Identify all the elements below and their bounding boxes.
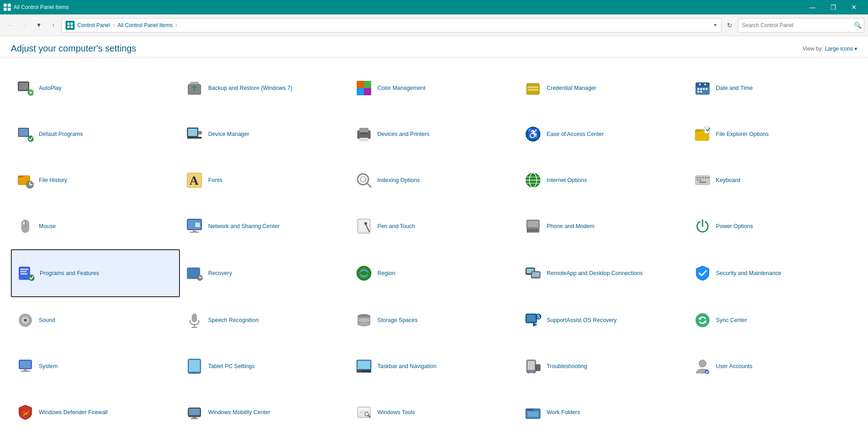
workfolders-icon <box>524 403 542 421</box>
network-label: Network and Sharing Center <box>208 223 279 230</box>
item-sound[interactable]: Sound <box>11 297 180 343</box>
mouse-icon <box>16 217 34 235</box>
item-phone[interactable]: Phone and Modem <box>519 203 688 249</box>
sound-icon <box>16 311 34 329</box>
svg-rect-16 <box>357 81 364 88</box>
item-devmgr[interactable]: Device Manager <box>180 111 349 157</box>
svg-rect-64 <box>705 177 707 178</box>
item-region[interactable]: Region <box>349 249 519 297</box>
item-taskbar[interactable]: Taskbar and Navigation <box>349 343 519 389</box>
item-workfolders[interactable]: Work Folders <box>519 389 688 435</box>
svg-text:S: S <box>537 314 540 319</box>
svg-point-134 <box>699 360 706 367</box>
svg-rect-19 <box>364 88 371 95</box>
speech-icon <box>185 311 203 329</box>
svg-point-115 <box>696 313 709 327</box>
svg-rect-71 <box>23 222 25 224</box>
power-label: Power Options <box>716 223 753 230</box>
autoplay-label: AutoPlay <box>39 84 61 92</box>
item-troubleshoot[interactable]: Troubleshooting <box>519 343 688 389</box>
back-button[interactable]: ← <box>4 19 16 32</box>
item-credential[interactable]: Credential Manager <box>519 65 688 111</box>
item-keyboard[interactable]: Keyboard <box>688 157 857 203</box>
item-tools[interactable]: Windows Tools <box>349 389 519 435</box>
svg-rect-0 <box>4 4 7 7</box>
item-support[interactable]: SSupportAssist OS Recovery <box>519 297 688 343</box>
user-label: User Accounts <box>716 363 753 370</box>
item-network[interactable]: Network and Sharing Center <box>180 203 349 249</box>
item-tablet[interactable]: Tablet PC Settings <box>180 343 349 389</box>
item-devprint[interactable]: Devices and Printers <box>349 111 519 157</box>
internet-label: Internet Options <box>547 177 587 184</box>
region-label: Region <box>377 270 396 277</box>
item-color[interactable]: Color Management <box>349 65 519 111</box>
view-by-value[interactable]: Large icons ▾ <box>825 46 857 52</box>
system-icon <box>16 357 34 375</box>
item-ease[interactable]: ♿Ease of Access Center <box>519 111 688 157</box>
svg-rect-90 <box>20 271 27 272</box>
view-by: View by: Large icons ▾ <box>802 46 857 52</box>
items-grid: AutoPlayBackup and Restore (Windows 7)Co… <box>0 58 868 443</box>
item-internet[interactable]: Internet Options <box>519 157 688 203</box>
item-sync[interactable]: Sync Center <box>688 297 857 343</box>
item-wdf[interactable]: Windows Defender Firewall <box>11 389 180 435</box>
svg-rect-146 <box>528 411 538 417</box>
item-power[interactable]: Power Options <box>688 203 857 249</box>
item-user[interactable]: User Accounts <box>688 343 857 389</box>
item-speech[interactable]: Speech Recognition <box>180 297 349 343</box>
wdf-icon <box>16 403 34 421</box>
storage-label: Storage Spaces <box>377 317 418 324</box>
dropdown-button[interactable]: ▼ <box>33 19 45 32</box>
svg-point-80 <box>364 222 367 225</box>
item-fonts[interactable]: AFonts <box>180 157 349 203</box>
svg-rect-121 <box>21 371 30 372</box>
autoplay-icon <box>16 79 34 97</box>
svg-rect-112 <box>527 315 536 322</box>
up-button[interactable]: ↑ <box>47 19 60 32</box>
item-mouse[interactable]: Mouse <box>11 203 180 249</box>
item-backup[interactable]: Backup and Restore (Windows 7) <box>180 65 349 111</box>
item-datetime[interactable]: Date and Time <box>688 65 857 111</box>
svg-rect-126 <box>358 361 370 369</box>
address-bar[interactable]: Control Panel › All Control Panel Items … <box>61 18 722 33</box>
svg-rect-137 <box>189 409 200 415</box>
svg-rect-43 <box>360 132 368 134</box>
network-icon <box>185 217 203 235</box>
svg-rect-29 <box>703 88 705 90</box>
svg-text:A: A <box>189 173 199 187</box>
security-label: Security and Maintenance <box>716 270 782 277</box>
address-part-1: Control Panel <box>77 22 110 28</box>
item-pentouch[interactable]: Pen and Touch <box>349 203 519 249</box>
item-fileexp[interactable]: File Explorer Options <box>688 111 857 157</box>
item-security[interactable]: Security and Maintenance <box>688 249 857 297</box>
item-default[interactable]: Default Programs <box>11 111 180 157</box>
minimize-button[interactable]: — <box>802 0 823 14</box>
item-programs[interactable]: Programs and Features <box>11 249 180 297</box>
title-bar: All Control Panel Items — ❐ ✕ <box>0 0 868 14</box>
window-title: All Control Panel Items <box>14 4 69 10</box>
svg-point-110 <box>358 318 370 322</box>
color-label: Color Management <box>377 84 425 92</box>
item-indexing[interactable]: Indexing Options <box>349 157 519 203</box>
item-remote[interactable]: RemoteApp and Desktop Connections <box>519 249 688 297</box>
search-input[interactable] <box>738 18 864 33</box>
item-storage[interactable]: Storage Spaces <box>349 297 519 343</box>
forward-button[interactable]: → <box>18 19 31 32</box>
item-mobility[interactable]: Windows Mobility Center <box>180 389 349 435</box>
search-icon: 🔍 <box>854 22 862 29</box>
item-recovery[interactable]: Recovery <box>180 249 349 297</box>
address-chevron[interactable]: ▼ <box>713 23 717 28</box>
restore-button[interactable]: ❐ <box>823 0 844 14</box>
item-system[interactable]: System <box>11 343 180 389</box>
close-button[interactable]: ✕ <box>844 0 864 14</box>
svg-rect-82 <box>528 221 538 227</box>
region-icon <box>355 264 373 282</box>
color-icon <box>355 79 373 97</box>
main-header: Adjust your computer's settings View by:… <box>0 36 868 58</box>
svg-rect-85 <box>530 230 532 231</box>
user-icon <box>693 357 712 375</box>
item-filehistory[interactable]: File History <box>11 157 180 203</box>
refresh-button[interactable]: ↻ <box>723 19 736 32</box>
item-autoplay[interactable]: AutoPlay <box>11 65 180 111</box>
svg-rect-5 <box>71 23 73 25</box>
